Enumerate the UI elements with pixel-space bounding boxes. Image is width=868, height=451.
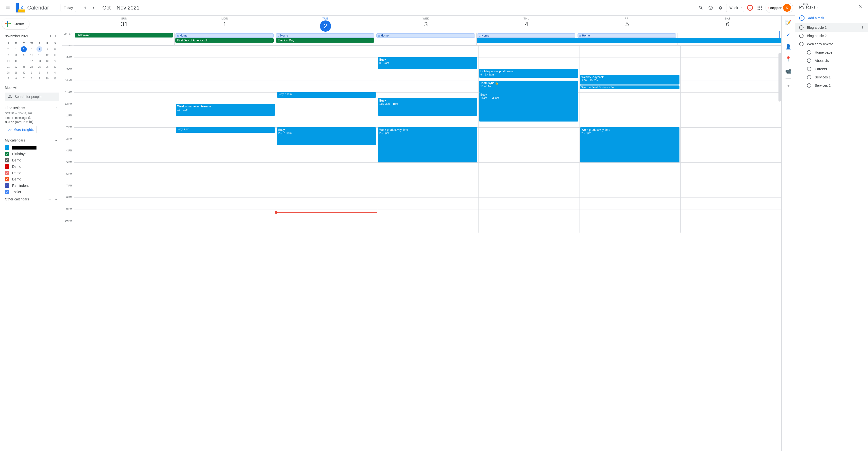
mini-day[interactable]: 18 [35, 58, 43, 64]
calendar-event[interactable]: Team sync 💪10 – 11am [479, 81, 578, 92]
calendar-checkbox[interactable]: ✓ [5, 145, 9, 150]
add-task-button[interactable]: Add a task [799, 15, 824, 21]
day-column[interactable]: Weekly Playback9:30 – 10:20am Sync on Sm… [579, 46, 680, 232]
my-calendars-toggle[interactable]: My calendars [2, 136, 62, 144]
home-event[interactable]: Home [477, 33, 575, 38]
day-header[interactable]: SAT 6 [678, 16, 778, 33]
calendar-checkbox[interactable]: ✓ [5, 177, 9, 181]
day-column[interactable]: Busy8 – 9am Busy11:30am – 1pm Work produ… [377, 46, 478, 232]
mini-day[interactable]: 3 [28, 46, 35, 52]
mini-day[interactable]: 20 [51, 58, 59, 64]
mini-day[interactable]: 17 [28, 58, 35, 64]
calendar-checkbox[interactable]: ✓ [5, 152, 9, 156]
task-item[interactable]: About Us [795, 56, 868, 65]
calendar-event[interactable]: Busy, 2pm [176, 128, 275, 133]
mini-day[interactable]: 5 [4, 76, 12, 81]
day-column[interactable] [74, 46, 175, 232]
calendar-event[interactable]: Sync on Small Business Sa [580, 85, 679, 89]
day-header[interactable]: MON 1 [175, 16, 275, 33]
calendar-event[interactable]: Weekly marketing team m12 – 1pm [176, 104, 275, 116]
mini-day[interactable]: 4 [51, 69, 59, 76]
day-header[interactable]: THU 4 [476, 16, 577, 33]
calendar-checkbox[interactable]: ✓ [5, 184, 9, 188]
allday-cell[interactable]: Home [376, 33, 476, 45]
mini-day[interactable]: 21 [4, 64, 12, 69]
calendar-item[interactable]: ✓ Tasks [5, 189, 59, 195]
avatar[interactable]: K [783, 4, 791, 12]
view-selector[interactable]: Week [726, 4, 744, 12]
task-complete-toggle[interactable] [799, 34, 804, 38]
task-complete-toggle[interactable] [807, 58, 811, 63]
calendar-event[interactable]: Busy8 – 9am [378, 57, 477, 69]
calendar-checkbox[interactable]: ✓ [5, 171, 9, 175]
next-week-button[interactable] [90, 4, 98, 12]
home-event[interactable]: Home [376, 33, 475, 38]
allday-cell[interactable]: Halloween [74, 33, 175, 45]
mini-day[interactable]: 13 [51, 52, 59, 58]
mini-day[interactable]: 15 [12, 58, 20, 64]
mini-day[interactable]: 12 [43, 52, 51, 58]
day-header[interactable]: SUN 31 [74, 16, 175, 33]
calendar-checkbox[interactable]: ✓ [5, 190, 9, 194]
allday-cell[interactable]: HomeElection Day [275, 33, 376, 45]
mini-next-month[interactable] [53, 33, 59, 39]
task-item[interactable]: Web copy rewrite [795, 40, 868, 48]
calendar-item[interactable]: ✓ Demo [5, 176, 59, 182]
holiday-event[interactable]: Election Day [276, 38, 374, 43]
calendar-item[interactable]: ✓ Demo [5, 157, 59, 163]
mini-day[interactable]: 29 [12, 69, 20, 76]
task-item[interactable]: Careers [795, 65, 868, 73]
task-complete-toggle[interactable] [807, 50, 811, 55]
day-header[interactable]: TUE 2 [275, 16, 376, 33]
mini-day[interactable]: 4 [35, 46, 43, 52]
mini-day[interactable]: 7 [4, 52, 12, 58]
task-item[interactable]: Blog article 2 [795, 32, 868, 40]
home-event[interactable]: Home [276, 33, 374, 38]
mini-day[interactable]: 11 [35, 52, 43, 58]
task-item[interactable]: Home page [795, 48, 868, 56]
mini-day[interactable]: 6 [51, 46, 59, 52]
calendar-event[interactable]: Busy11:30am – 1pm [378, 98, 477, 116]
mini-day[interactable]: 14 [4, 58, 12, 64]
keep-button[interactable]: 📝 [783, 18, 793, 27]
kebab-menu-icon[interactable] [860, 16, 864, 20]
day-column[interactable]: Busy, 11am Busy2 – 3:30pm [276, 46, 377, 232]
today-button[interactable]: Today [61, 4, 76, 12]
home-event[interactable]: Home [578, 33, 676, 38]
task-complete-toggle[interactable] [807, 75, 811, 79]
mini-day[interactable]: 30 [20, 69, 28, 76]
mini-day[interactable]: 7 [20, 76, 28, 81]
mini-day[interactable]: 19 [43, 58, 51, 64]
kebab-menu-icon[interactable]: ⋮ [861, 26, 864, 29]
mini-day[interactable]: 9 [20, 52, 28, 58]
time-insights-toggle[interactable]: Time Insights [2, 104, 62, 112]
mini-day[interactable]: 6 [12, 76, 20, 81]
mini-day[interactable]: 1 [28, 69, 35, 76]
mini-day[interactable]: 8 [28, 76, 35, 81]
prev-week-button[interactable] [81, 4, 89, 12]
settings-button[interactable] [716, 4, 724, 12]
allday-cell[interactable]: Home [476, 33, 577, 45]
mini-day[interactable]: 24 [28, 64, 35, 69]
task-item[interactable]: Blog article 1 ⋮ [795, 23, 868, 32]
more-insights-button[interactable]: More insights [5, 126, 37, 133]
mini-day[interactable]: 26 [43, 64, 51, 69]
contacts-button[interactable]: 👤 [783, 42, 793, 52]
task-item[interactable]: Services 1 [795, 73, 868, 81]
mini-day[interactable]: 16 [20, 58, 28, 64]
mini-day[interactable]: 9 [35, 76, 43, 81]
mini-day[interactable]: 8 [12, 52, 20, 58]
calendar-item[interactable]: ✓ Birthdays [5, 151, 59, 157]
task-complete-toggle[interactable] [807, 67, 811, 71]
tasks-button[interactable]: ✓ [783, 30, 793, 39]
mini-day[interactable]: 10 [28, 52, 35, 58]
day-header[interactable]: WED 3 [376, 16, 476, 33]
add-addon-button[interactable]: + [783, 81, 793, 91]
calendar-event[interactable]: Work productivity time2 – 5pm [378, 128, 477, 163]
mini-day[interactable]: 2 [20, 46, 28, 52]
mini-prev-month[interactable] [47, 33, 53, 39]
calendar-event[interactable]: Busy2 – 3:30pm [277, 128, 376, 145]
calendar-event[interactable]: Busy, 11am [277, 92, 376, 97]
mini-calendar-grid[interactable]: SMTWTFS311234567891011121314151617181920… [4, 40, 59, 81]
mini-day[interactable]: 31 [4, 46, 12, 52]
